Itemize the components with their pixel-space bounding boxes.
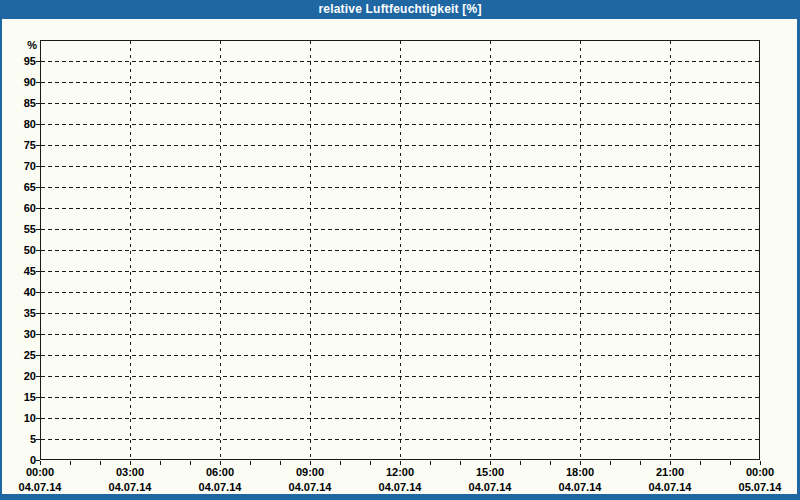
y-axis-tick: [36, 334, 40, 335]
x-date-label: 04.07.14: [370, 481, 430, 493]
x-axis-tick: [310, 461, 311, 465]
x-time-label: 15:00: [468, 466, 512, 478]
x-date-label: 04.07.14: [280, 481, 340, 493]
x-axis-tick: [520, 461, 521, 465]
x-axis-tick: [100, 461, 101, 465]
y-tick-label: 40: [8, 286, 36, 298]
x-axis-tick: [760, 461, 761, 465]
v-gridline: [490, 41, 491, 459]
x-axis-tick: [190, 461, 191, 465]
x-date-label: 04.07.14: [100, 481, 160, 493]
y-axis-tick: [36, 418, 40, 419]
x-axis-tick: [490, 461, 491, 465]
y-axis-tick: [36, 61, 40, 62]
x-axis-tick: [130, 461, 131, 465]
x-axis-tick: [730, 461, 731, 465]
y-tick-label: 50: [8, 244, 36, 256]
y-tick-label: 95: [8, 55, 36, 67]
y-tick-label: 60: [8, 202, 36, 214]
x-axis-tick: [370, 461, 371, 465]
y-tick-label: 5: [8, 433, 36, 445]
x-time-label: 09:00: [288, 466, 332, 478]
y-tick-label: 35: [8, 307, 36, 319]
y-axis-tick: [36, 355, 40, 356]
x-date-label: 05.07.14: [730, 481, 790, 493]
y-tick-label: 30: [8, 328, 36, 340]
v-gridline: [310, 41, 311, 459]
x-axis-tick: [700, 461, 701, 465]
chart-window: relative Luftfeuchtigkeit [%] 0510152025…: [0, 0, 800, 500]
x-axis-tick: [400, 461, 401, 465]
x-axis-tick: [70, 461, 71, 465]
y-tick-label: 0: [8, 454, 36, 466]
x-date-label: 04.07.14: [550, 481, 610, 493]
y-tick-label: 10: [8, 412, 36, 424]
x-axis-tick: [580, 461, 581, 465]
x-time-label: 00:00: [18, 466, 62, 478]
frame-border-left: [0, 19, 2, 500]
x-time-label: 21:00: [648, 466, 692, 478]
x-axis-tick: [610, 461, 611, 465]
x-axis-tick: [220, 461, 221, 465]
x-time-label: 18:00: [558, 466, 602, 478]
v-gridline: [400, 41, 401, 459]
y-axis-tick: [36, 376, 40, 377]
x-date-label: 04.07.14: [640, 481, 700, 493]
x-axis-tick: [160, 461, 161, 465]
y-tick-label: 15: [8, 391, 36, 403]
x-date-label: 04.07.14: [460, 481, 520, 493]
y-tick-label: 75: [8, 139, 36, 151]
x-axis-tick: [460, 461, 461, 465]
y-axis-tick: [36, 397, 40, 398]
y-axis-tick: [36, 208, 40, 209]
v-gridline: [220, 41, 221, 459]
y-axis-tick: [36, 145, 40, 146]
x-axis-tick: [250, 461, 251, 465]
x-axis-tick: [40, 461, 41, 465]
y-axis-tick: [36, 250, 40, 251]
y-axis-unit-label: %: [9, 39, 37, 51]
x-time-label: 12:00: [378, 466, 422, 478]
x-axis-tick: [280, 461, 281, 465]
v-gridline: [670, 41, 671, 459]
x-axis-tick: [670, 461, 671, 465]
y-tick-label: 80: [8, 118, 36, 130]
x-axis-tick: [640, 461, 641, 465]
y-axis-tick: [36, 229, 40, 230]
y-tick-label: 70: [8, 160, 36, 172]
y-tick-label: 25: [8, 349, 36, 361]
y-axis-tick: [36, 439, 40, 440]
y-tick-label: 55: [8, 223, 36, 235]
window-title-bar: relative Luftfeuchtigkeit [%]: [0, 0, 800, 19]
x-time-label: 00:00: [738, 466, 782, 478]
y-tick-label: 90: [8, 76, 36, 88]
x-axis-tick: [430, 461, 431, 465]
x-time-label: 03:00: [108, 466, 152, 478]
y-tick-label: 65: [8, 181, 36, 193]
y-tick-label: 45: [8, 265, 36, 277]
y-axis-tick: [36, 271, 40, 272]
frame-border-bottom: [0, 494, 800, 500]
y-axis-tick: [36, 166, 40, 167]
x-time-label: 06:00: [198, 466, 242, 478]
x-date-label: 04.07.14: [190, 481, 250, 493]
v-gridline: [130, 41, 131, 459]
y-axis-tick: [36, 124, 40, 125]
y-axis-tick: [36, 292, 40, 293]
v-gridline: [580, 41, 581, 459]
x-date-label: 04.07.14: [10, 481, 70, 493]
y-tick-label: 20: [8, 370, 36, 382]
y-axis-tick: [36, 103, 40, 104]
window-title: relative Luftfeuchtigkeit [%]: [318, 2, 481, 16]
x-axis-tick: [340, 461, 341, 465]
y-axis-tick: [36, 313, 40, 314]
x-axis-tick: [550, 461, 551, 465]
y-axis-tick: [36, 187, 40, 188]
y-tick-label: 85: [8, 97, 36, 109]
y-axis-tick: [36, 82, 40, 83]
